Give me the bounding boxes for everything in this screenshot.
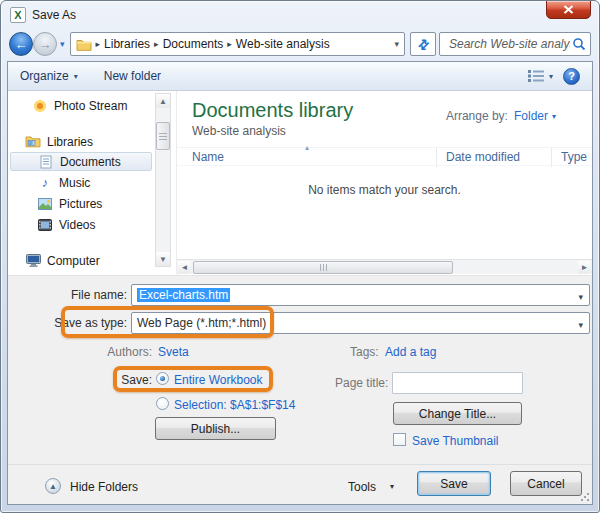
save-thumbnail-label[interactable]: Save Thumbnail	[412, 434, 499, 448]
scroll-up-icon[interactable]: ▲	[156, 94, 170, 108]
save-as-type-combobox[interactable]: Web Page (*.htm;*.html) ▾	[131, 312, 590, 334]
sidebar-item-label: Videos	[59, 218, 95, 232]
sidebar-item-label: Photo Stream	[54, 99, 127, 113]
libraries-icon	[25, 134, 41, 150]
videos-icon	[37, 217, 53, 233]
refresh-button[interactable]: ⇄	[410, 32, 436, 56]
tools-dropdown[interactable]: Tools	[348, 480, 376, 494]
change-title-button[interactable]: Change Title...	[393, 402, 522, 425]
arrange-by-value[interactable]: Folder	[514, 109, 548, 123]
excel-app-icon: X	[10, 7, 26, 23]
hide-folders-button[interactable]: ▲	[45, 478, 61, 494]
search-input[interactable]	[447, 36, 572, 52]
close-button[interactable]	[546, 0, 591, 19]
save-button[interactable]: Save	[417, 471, 491, 496]
sidebar-item-libraries[interactable]: Libraries	[25, 132, 93, 151]
breadcrumb-separator: ▸	[96, 39, 101, 49]
file-name-value[interactable]: Excel-charts.htm	[137, 288, 230, 302]
navigation-bar: ← → ▾ ▸ Libraries ▸ Documents ▸ Web-site…	[1, 28, 599, 60]
forward-icon: →	[39, 37, 52, 52]
breadcrumb[interactable]: ▸ Libraries ▸ Documents ▸ Web-site analy…	[70, 32, 405, 56]
breadcrumb-item-website-analysis[interactable]: Web-site analysis	[236, 37, 330, 51]
publish-button[interactable]: Publish...	[155, 417, 276, 440]
new-folder-button[interactable]: New folder	[104, 69, 161, 83]
sidebar-item-label: Music	[59, 176, 90, 190]
search-box[interactable]	[439, 32, 591, 56]
page-title-label: Page title:	[335, 376, 388, 390]
selection-radio[interactable]	[156, 397, 169, 410]
chevron-down-icon[interactable]: ▾	[578, 320, 583, 330]
column-header-type[interactable]: Type	[561, 150, 587, 164]
column-separator[interactable]	[551, 148, 552, 167]
sidebar-scrollbar-thumb[interactable]	[156, 122, 170, 150]
tags-add-link[interactable]: Add a tag	[385, 345, 436, 359]
resize-grip[interactable]	[580, 492, 590, 502]
window-title: Save As	[32, 8, 76, 22]
file-name-combobox[interactable]: Excel-charts.htm ▾	[131, 284, 590, 306]
browse-region: Photo Stream Libraries	[8, 91, 592, 275]
organize-label: Organize	[20, 69, 69, 83]
back-button[interactable]: ←	[9, 32, 33, 56]
breadcrumb-item-documents[interactable]: Documents	[163, 37, 224, 51]
file-list-area: Documents library Web-site analysis Arra…	[177, 91, 592, 275]
breadcrumb-item-libraries[interactable]: Libraries	[104, 37, 150, 51]
file-name-label: File name:	[8, 288, 127, 302]
horizontal-scrollbar-thumb[interactable]	[193, 261, 453, 274]
sidebar-scrollbar[interactable]: ▲ ▼	[155, 93, 171, 267]
sidebar-item-label: Documents	[60, 155, 121, 169]
column-header-name[interactable]: Name	[192, 150, 224, 164]
page-title-input[interactable]	[392, 372, 523, 394]
hide-folders-label[interactable]: Hide Folders	[70, 480, 138, 494]
breadcrumb-separator: ▸	[227, 39, 232, 49]
toolbar-right-group: ▾ ?	[528, 68, 580, 85]
save-options-label: Save:	[8, 373, 152, 387]
chevron-down-icon[interactable]: ▾	[578, 292, 583, 302]
sidebar-item-videos[interactable]: Videos	[37, 215, 95, 234]
save-thumbnail-checkbox[interactable]	[393, 433, 406, 446]
hide-folders-icon: ▲	[49, 482, 57, 491]
address-dropdown-icon[interactable]: ▾	[394, 39, 399, 49]
save-as-type-value: Web Page (*.htm;*.html)	[137, 316, 266, 330]
organize-button[interactable]: Organize ▾	[20, 69, 78, 83]
search-icon	[572, 37, 586, 51]
entire-workbook-label[interactable]: Entire Workbook	[174, 373, 262, 387]
chevron-down-icon: ▾	[549, 72, 553, 81]
chevron-down-icon: ▾	[74, 72, 78, 81]
sidebar-item-label: Pictures	[59, 197, 102, 211]
command-toolbar: Organize ▾ New folder ▾ ?	[8, 62, 592, 91]
change-view-button[interactable]: ▾	[528, 70, 553, 82]
scroll-left-icon[interactable]: ◄	[178, 261, 191, 274]
photo-stream-icon	[32, 98, 48, 114]
refresh-icon: ⇄	[414, 35, 432, 53]
chevron-down-icon[interactable]: ▾	[390, 482, 394, 491]
chevron-down-icon: ▾	[552, 112, 556, 121]
sort-ascending-icon: ▴	[305, 143, 309, 152]
dialog-footer: ▲ Hide Folders Tools ▾ Save Cancel	[8, 464, 592, 504]
recent-pages-dropdown[interactable]: ▾	[60, 39, 65, 49]
entire-workbook-radio[interactable]	[156, 372, 169, 385]
authors-value[interactable]: Sveta	[158, 345, 189, 359]
pictures-icon	[37, 196, 53, 212]
sidebar-item-pictures[interactable]: Pictures	[37, 194, 102, 213]
save-options-pane: File name: Excel-charts.htm ▾ Save as ty…	[8, 275, 592, 464]
music-icon: ♪	[37, 175, 53, 191]
horizontal-scrollbar[interactable]: ◄ ►	[177, 259, 592, 274]
save-as-type-label: Save as type:	[8, 316, 127, 330]
column-separator[interactable]	[436, 148, 437, 167]
sidebar-item-documents[interactable]: Documents	[10, 152, 152, 171]
sidebar-item-music[interactable]: ♪ Music	[37, 173, 90, 192]
sidebar-item-computer[interactable]: Computer	[25, 251, 100, 270]
forward-button[interactable]: →	[33, 32, 57, 56]
help-button[interactable]: ?	[563, 68, 580, 85]
navigation-pane: Photo Stream Libraries	[8, 91, 177, 275]
title-bar: X Save As	[1, 1, 599, 28]
scroll-down-icon[interactable]: ▼	[156, 252, 170, 266]
arrange-by-control[interactable]: Arrange by: Folder ▾	[446, 109, 556, 123]
sidebar-item-label: Libraries	[47, 135, 93, 149]
arrange-by-label: Arrange by:	[446, 109, 508, 123]
sidebar-item-photo-stream[interactable]: Photo Stream	[32, 96, 127, 115]
selection-label[interactable]: Selection: $A$1:$F$14	[174, 398, 295, 412]
scroll-right-icon[interactable]: ►	[578, 261, 591, 274]
column-header-date-modified[interactable]: Date modified	[446, 150, 520, 164]
cancel-button[interactable]: Cancel	[510, 471, 582, 496]
